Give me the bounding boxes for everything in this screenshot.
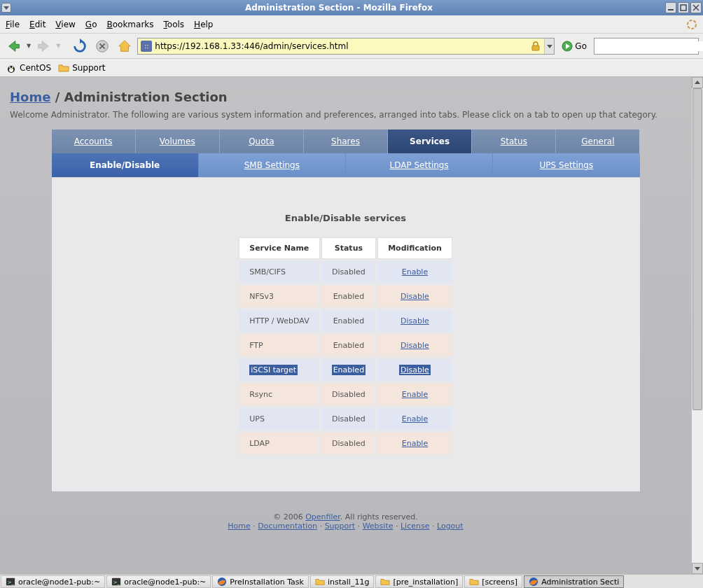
breadcrumb-current: Administration Section xyxy=(64,90,228,104)
service-row: SMB/CIFSDisabledEnable xyxy=(239,260,452,284)
back-dropdown-icon[interactable]: ▼ xyxy=(27,43,31,49)
service-action-link[interactable]: Enable xyxy=(402,390,428,399)
bookmark-support[interactable]: Support xyxy=(58,62,105,74)
services-table: Service Name Status Modification SMB/CIF… xyxy=(237,236,454,456)
penguin-icon xyxy=(6,62,17,74)
scroll-thumb[interactable] xyxy=(692,88,702,410)
service-action-link[interactable]: Disable xyxy=(401,316,429,326)
service-status: Enabled xyxy=(321,358,376,382)
svg-marker-24 xyxy=(695,80,700,84)
close-button[interactable] xyxy=(690,2,702,13)
footer-link-documentation[interactable]: Documentation xyxy=(258,522,317,531)
navigation-toolbar: ▼ ▼ :: Go G▾ xyxy=(0,34,703,59)
scroll-up-button[interactable] xyxy=(692,77,703,88)
svg-marker-6 xyxy=(9,41,20,51)
window-titlebar: Administration Section - Mozilla Firefox xyxy=(0,0,703,15)
menubar: File Edit View Go Bookmarks Tools Help xyxy=(0,15,703,34)
taskbar-button[interactable]: [pre_installation] xyxy=(375,575,463,588)
subtab-ldap-settings[interactable]: LDAP Settings xyxy=(346,153,493,177)
footer-brand-link[interactable]: Openfiler xyxy=(305,512,340,522)
footer-link-home[interactable]: Home xyxy=(228,522,250,531)
service-status: Disabled xyxy=(321,407,376,430)
stop-button[interactable] xyxy=(92,36,112,56)
footer-link-license[interactable]: License xyxy=(401,522,429,531)
menu-file[interactable]: File xyxy=(6,20,20,29)
tab-quota[interactable]: Quota xyxy=(220,130,304,153)
reload-button[interactable] xyxy=(70,36,90,56)
taskbar-button[interactable]: install_11g xyxy=(310,575,374,588)
bookmark-centos-label: CentOS xyxy=(20,63,51,73)
url-dropdown-icon[interactable] xyxy=(544,38,554,54)
url-input[interactable] xyxy=(155,41,527,51)
menu-view[interactable]: View xyxy=(55,20,75,29)
maximize-button[interactable] xyxy=(678,2,689,13)
site-favicon-icon: :: xyxy=(141,41,152,52)
menu-help[interactable]: Help xyxy=(194,20,213,29)
window-menu-button[interactable] xyxy=(1,3,11,13)
taskbar-button[interactable]: >_oracle@node1-pub:~ xyxy=(1,575,105,588)
menu-edit[interactable]: Edit xyxy=(29,20,46,29)
service-status: Enabled xyxy=(321,334,376,357)
service-action-link[interactable]: Disable xyxy=(401,292,429,301)
breadcrumb: Home / Administration Section xyxy=(10,90,681,104)
taskbar-button[interactable]: [screens] xyxy=(464,575,522,588)
service-action-link[interactable]: Disable xyxy=(401,341,429,350)
tab-accounts[interactable]: Accounts xyxy=(52,130,136,153)
taskbar-label: oracle@node1-pub:~ xyxy=(124,578,206,587)
service-name: NFSv3 xyxy=(239,285,319,308)
browser-viewport: Home / Administration Section Welcome Ad… xyxy=(0,77,703,574)
col-service-name: Service Name xyxy=(239,237,319,259)
service-status: Disabled xyxy=(321,260,376,284)
forward-dropdown-icon[interactable]: ▼ xyxy=(56,43,60,49)
search-bar[interactable]: G▾ xyxy=(594,38,699,55)
service-action-link[interactable]: Disable xyxy=(401,365,429,374)
forward-button[interactable] xyxy=(34,36,53,56)
page-scroll-area[interactable]: Home / Administration Section Welcome Ad… xyxy=(0,77,691,574)
sub-tabstrip: Enable/DisableSMB SettingsLDAP SettingsU… xyxy=(52,153,640,177)
svg-marker-0 xyxy=(4,6,9,10)
terminal-icon: >_ xyxy=(6,577,15,587)
taskbar-button[interactable]: >_oracle@node1-pub:~ xyxy=(106,575,211,588)
tab-shares[interactable]: Shares xyxy=(304,130,388,153)
menu-tools[interactable]: Tools xyxy=(164,20,185,29)
service-name: LDAP xyxy=(239,432,319,455)
url-bar[interactable]: :: xyxy=(137,38,555,55)
subtab-smb-settings[interactable]: SMB Settings xyxy=(199,153,346,177)
tab-status[interactable]: Status xyxy=(472,130,556,153)
svg-marker-12 xyxy=(119,40,131,51)
svg-marker-7 xyxy=(39,41,49,51)
breadcrumb-home-link[interactable]: Home xyxy=(10,90,50,104)
service-status: Disabled xyxy=(321,432,376,455)
go-button[interactable]: Go xyxy=(557,41,591,52)
menu-bookmarks[interactable]: Bookmarks xyxy=(106,20,153,29)
footer-link-logout[interactable]: Logout xyxy=(437,522,464,531)
back-button[interactable] xyxy=(4,36,24,56)
service-row: FTPEnabledDisable xyxy=(239,334,452,357)
taskbar-button[interactable]: Administration Secti xyxy=(524,575,624,588)
service-name: SMB/CIFS xyxy=(239,260,319,284)
service-row: UPSDisabledEnable xyxy=(239,407,452,430)
svg-rect-13 xyxy=(532,46,539,50)
vertical-scrollbar[interactable] xyxy=(691,77,703,574)
service-action-link[interactable]: Enable xyxy=(402,414,428,424)
service-action-cell: Enable xyxy=(377,383,452,406)
taskbar-button[interactable]: PreInstallation Task xyxy=(212,575,309,588)
scroll-track[interactable] xyxy=(692,88,703,563)
subtab-ups-settings[interactable]: UPS Settings xyxy=(493,153,639,177)
footer-link-website[interactable]: Website xyxy=(363,522,394,531)
tab-general[interactable]: General xyxy=(556,130,639,153)
scroll-down-button[interactable] xyxy=(692,563,703,574)
bookmark-centos[interactable]: CentOS xyxy=(6,62,51,74)
home-button[interactable] xyxy=(115,36,134,56)
firefox-icon xyxy=(217,577,227,587)
tab-volumes[interactable]: Volumes xyxy=(136,130,220,153)
search-input[interactable] xyxy=(600,41,703,51)
tab-services[interactable]: Services xyxy=(388,130,472,153)
footer-link-support[interactable]: Support xyxy=(325,522,355,531)
minimize-button[interactable] xyxy=(665,2,676,13)
subtab-enable-disable[interactable]: Enable/Disable xyxy=(52,153,199,177)
taskbar: >_oracle@node1-pub:~>_oracle@node1-pub:~… xyxy=(0,574,703,588)
service-action-link[interactable]: Enable xyxy=(402,267,428,276)
menu-go[interactable]: Go xyxy=(85,20,97,29)
service-action-link[interactable]: Enable xyxy=(402,439,428,448)
